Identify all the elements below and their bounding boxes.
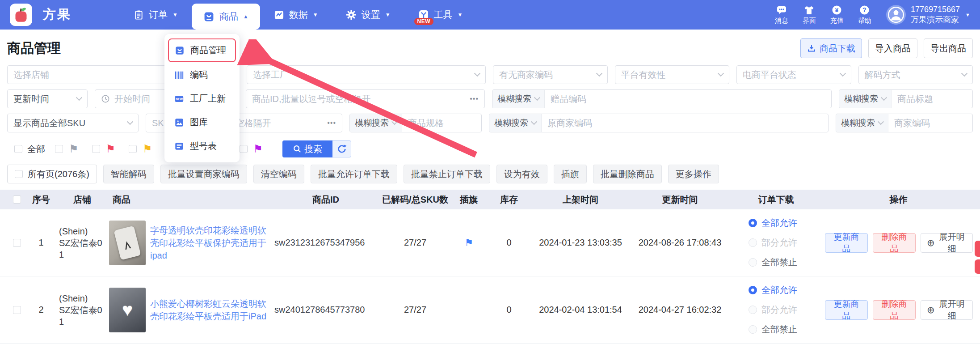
search-button[interactable]: 搜索 — [282, 140, 332, 157]
flag-option-red[interactable]: ⚑ — [92, 144, 116, 154]
insert-flag-button[interactable]: 插旗 — [554, 165, 587, 183]
interface-button[interactable]: 界面 — [803, 5, 816, 25]
product-image[interactable]: ♥ — [109, 288, 146, 332]
radio-allow-all[interactable]: 全部允许 — [749, 284, 824, 296]
merchant-code-exist-placeholder: 有无商家编码 — [499, 69, 553, 81]
menu-item-product-manage[interactable]: 商品管理 — [168, 38, 236, 62]
menu-products[interactable]: 商品 ▲ — [192, 4, 260, 30]
more-actions-button[interactable]: 更多操作 — [668, 165, 719, 183]
product-title-link[interactable]: 字母透明软壳印花彩绘透明软壳印花彩绘平板保护壳适用于ipad — [150, 224, 270, 262]
import-products-button[interactable]: 导入商品 — [868, 38, 917, 58]
app-logo[interactable] — [10, 4, 32, 26]
flag-option-gray[interactable]: ⚑ — [55, 144, 79, 154]
bulk-allow-order-download-button[interactable]: 批量允许订单下载 — [311, 165, 397, 183]
checkbox[interactable] — [129, 145, 137, 153]
fuzzy-mode-select[interactable]: 模糊搜索 — [836, 114, 888, 132]
floating-widget[interactable] — [975, 259, 980, 274]
radio-icon[interactable] — [749, 325, 757, 334]
bag-icon — [203, 11, 215, 22]
set-valid-button[interactable]: 设为有效 — [496, 165, 547, 183]
expand-detail-button[interactable]: ⊕ 展开明细 — [921, 300, 973, 320]
recharge-button[interactable]: ¥ 充值 — [830, 5, 844, 25]
svg-text:NEW: NEW — [176, 98, 183, 101]
radio-forbid-all[interactable]: 全部禁止 — [749, 323, 824, 336]
apple-logo-icon — [12, 6, 30, 24]
product-id-input[interactable] — [252, 94, 470, 104]
radio-allow-all[interactable]: 全部允许 — [749, 217, 824, 229]
checkbox[interactable] — [92, 145, 100, 153]
help-button[interactable]: ? 帮助 — [858, 5, 871, 25]
more-dots-button[interactable]: ••• — [470, 95, 479, 103]
floating-widget[interactable] — [975, 241, 980, 257]
gallery-icon — [174, 118, 184, 127]
table-row: 1 (Shein) SZ宏信泰0 1 字母透明软壳印花彩绘透明软壳印花彩绘平板保… — [0, 209, 980, 276]
product-image[interactable] — [109, 221, 146, 265]
product-title-input[interactable] — [892, 94, 972, 104]
clear-code-button[interactable]: 清空编码 — [253, 165, 304, 183]
fuzzy-mode-select[interactable]: 模糊搜索 — [839, 90, 892, 108]
flag-option-purple[interactable]: ⚑ — [240, 144, 263, 154]
factory-select[interactable]: 选择工厂 — [247, 65, 486, 84]
menu-orders[interactable]: 订单 ▼ — [120, 0, 192, 30]
checkbox[interactable] — [15, 170, 23, 178]
user-account[interactable]: 17769715667 万果演示商家 ▼ — [886, 4, 970, 25]
bulk-set-merchant-code-button[interactable]: 批量设置商家编码 — [160, 165, 247, 183]
update-product-button[interactable]: 更新商品 — [825, 300, 868, 320]
bulk-delete-products-button[interactable]: 批量删除商品 — [593, 165, 662, 183]
fuzzy-mode-select[interactable]: 模糊搜索 — [492, 90, 545, 108]
delete-product-button[interactable]: 删除商品 — [873, 300, 916, 320]
merchant-code-exist-select[interactable]: 有无商家编码 — [493, 65, 608, 84]
refresh-button[interactable] — [332, 140, 351, 157]
menu-data[interactable]: 数据 ▼ — [260, 0, 332, 30]
menu-item-factory-new[interactable]: NEW 工厂上新 — [164, 87, 240, 110]
platform-validity-select[interactable]: 平台有效性 — [615, 65, 730, 84]
menu-item-model-table[interactable]: 型号表 — [164, 134, 240, 158]
radio-icon[interactable] — [749, 258, 757, 267]
bulk-action-toolbar: 所有页(2076条) 智能解码 批量设置商家编码 清空编码 批量允许订单下载 批… — [0, 158, 980, 189]
product-title-link[interactable]: 小熊爱心椰树彩虹云朵透明软壳印花彩绘平板壳适用于iPad — [150, 297, 270, 323]
expand-detail-button[interactable]: ⊕ 展开明细 — [921, 233, 973, 253]
gift-code-input[interactable] — [545, 94, 831, 104]
spec-input[interactable] — [402, 118, 481, 128]
radio-icon[interactable] — [749, 306, 757, 314]
ecommerce-status-select[interactable]: 电商平台状态 — [736, 65, 851, 84]
smart-decode-button[interactable]: 智能解码 — [103, 165, 154, 183]
decode-method-select[interactable]: 解码方式 — [858, 65, 973, 84]
more-dots-button[interactable]: ••• — [327, 119, 336, 127]
bulk-forbid-order-download-button[interactable]: 批量禁止订单下载 — [404, 165, 490, 183]
menu-item-barcode[interactable]: 编码 — [164, 63, 240, 87]
menu-item-gallery[interactable]: 图库 — [164, 110, 240, 134]
row-checkbox[interactable] — [13, 306, 21, 314]
header-checkbox[interactable] — [13, 195, 21, 204]
start-time-input[interactable] — [114, 94, 168, 104]
select-all-pages[interactable]: 所有页(2076条) — [7, 165, 97, 183]
import-products-label: 导入商品 — [875, 42, 911, 55]
radio-allow-partial[interactable]: 部分允许 — [749, 304, 824, 316]
radio-allow-partial[interactable]: 部分允许 — [749, 237, 824, 249]
merchant-code-input[interactable] — [888, 118, 972, 128]
time-type-select[interactable]: 更新时间 — [7, 89, 88, 108]
menu-settings[interactable]: 设置 ▼ — [332, 0, 404, 30]
radio-selected-icon[interactable] — [749, 286, 757, 294]
store-name: (Shein) SZ宏信泰0 1 — [55, 293, 102, 327]
fuzzy-mode-select[interactable]: 模糊搜索 — [350, 114, 402, 132]
delete-product-button[interactable]: 删除商品 — [873, 233, 916, 253]
sku-display-select[interactable]: 显示商品全部SKU — [7, 114, 139, 132]
fuzzy-mode-select[interactable]: 模糊搜索 — [489, 114, 542, 132]
checkbox[interactable] — [14, 145, 22, 153]
messages-button[interactable]: 消息 — [775, 5, 788, 25]
radio-selected-icon[interactable] — [749, 219, 757, 227]
flag-option-yellow[interactable]: ⚑ — [129, 144, 152, 154]
checkbox[interactable] — [55, 145, 63, 153]
update-product-button[interactable]: 更新商品 — [825, 233, 868, 253]
checkbox[interactable] — [240, 145, 248, 153]
original-code-input[interactable] — [542, 118, 828, 128]
menu-tools[interactable]: 工具 ▼ NEW — [404, 0, 477, 30]
row-checkbox[interactable] — [13, 239, 21, 247]
product-download-button[interactable]: 商品下载 — [800, 38, 862, 58]
radio-forbid-all[interactable]: 全部禁止 — [749, 256, 824, 268]
flag-all-option[interactable]: 全部 — [14, 143, 45, 155]
radio-icon[interactable] — [749, 238, 757, 247]
export-products-button[interactable]: 导出商品 — [924, 38, 973, 58]
product-id: sw2312312675347956 — [270, 238, 382, 248]
